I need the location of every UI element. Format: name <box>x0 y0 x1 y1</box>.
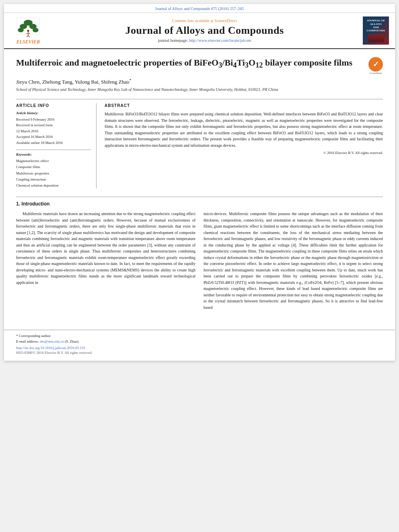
issn-text: 0925-8388/© 2016 Elsevier B.V. All right… <box>16 351 383 355</box>
received-date: Received 9 February 2016 <box>16 117 91 122</box>
journal-ref-text: Journal of Alloys and Compounds 675 (201… <box>155 6 244 11</box>
crossmark-container: ✓ CrossMark <box>368 57 383 75</box>
info-abstract-section: ARTICLE INFO Article history: Received 9… <box>16 99 383 189</box>
copyright: © 2016 Elsevier B.V. All rights reserved… <box>105 151 383 155</box>
logo-title: JOURNAL OFALLOYSANDCOMPOUNDS <box>367 19 385 33</box>
journal-logo-box: JOURNAL OFALLOYSANDCOMPOUNDS <box>363 16 389 45</box>
keyword-5: Chemical solution deposition <box>16 183 91 189</box>
affiliation: School of Physical Science and Technolog… <box>16 87 383 92</box>
body-two-col: Multiferroic materials have drawn an inc… <box>16 211 383 314</box>
keyword-4: Coupling interaction <box>16 177 91 183</box>
intro-heading: 1. Introduction <box>16 201 383 207</box>
page: Journal of Alloys and Compounds 675 (201… <box>4 4 395 361</box>
available-online: Available online 18 March 2016 <box>16 140 91 146</box>
intro-para-1: Multiferroic materials have drawn an inc… <box>16 211 195 286</box>
crossmark-label: CrossMark <box>368 72 383 75</box>
accepted-date: Accepted 16 March 2016 <box>16 134 91 140</box>
revised-date: 12 March 2016 <box>16 128 91 134</box>
journal-title: Journal of Alloys and Compounds <box>125 25 284 37</box>
abstract-title: ABSTRACT <box>105 103 383 108</box>
keywords-title: Keywords: <box>16 152 91 156</box>
intro-para-2: micro-devices. Multiferroic composite fi… <box>204 211 383 310</box>
keyword-2: Composite films <box>16 164 91 170</box>
abstract-section: ABSTRACT Multiferroic BiFeO3/Bi4Ti3O12 b… <box>105 103 383 189</box>
corresponding-footnote: * Corresponding author. <box>16 333 383 339</box>
body-col-right: micro-devices. Multiferroic composite fi… <box>204 211 383 314</box>
body-col-left: Multiferroic materials have drawn an inc… <box>16 211 195 314</box>
svg-line-9 <box>27 35 28 37</box>
corresponding-star: * <box>129 78 131 82</box>
journal-center: Contents lists available at ScienceDirec… <box>51 16 358 45</box>
svg-point-6 <box>27 30 29 32</box>
page-footer: * Corresponding author. E-mail address: … <box>4 330 395 361</box>
keyword-3: Multiferroic properties <box>16 170 91 177</box>
svg-line-10 <box>28 35 30 37</box>
abstract-text: Multiferroic BiFeO3/Bi4Ti3O12 bilayer fi… <box>105 111 383 148</box>
journal-reference: Journal of Alloys and Compounds 675 (201… <box>4 4 395 13</box>
article-info-title: ARTICLE INFO <box>16 103 91 108</box>
elsevier-tree-icon <box>14 16 42 38</box>
keyword-1: Magnetoelectric effect <box>16 158 91 164</box>
email-footnote: E-mail address: zhs@imu.edu.cn (S. Zhao)… <box>16 339 383 345</box>
journal-header: ELSEVIER Contents lists available at Sci… <box>4 13 395 49</box>
doi-link[interactable]: http://dx.doi.org/10.1016/j.jallcom.2016… <box>16 346 383 350</box>
journal-homepage: journal homepage: http://www.elsevier.co… <box>158 38 251 43</box>
article-info: ARTICLE INFO Article history: Received 9… <box>16 103 97 189</box>
journal-logo-right: JOURNAL OFALLOYSANDCOMPOUNDS <box>361 16 391 45</box>
authors: Jieyu Chen, Zhehong Tang, Yulong Bai, Sh… <box>16 79 383 85</box>
received-revised-label: Received in revised form <box>16 122 91 128</box>
elsevier-brand: ELSEVIER <box>16 39 40 45</box>
crossmark-icon: ✓ <box>368 57 383 72</box>
elsevier-logo: ELSEVIER <box>8 16 48 45</box>
section-divider <box>16 197 383 197</box>
keywords-section: Keywords: Magnetoelectric effect Composi… <box>16 150 91 189</box>
article-title: Multiferroic and magnetoelectric propert… <box>16 57 364 69</box>
svg-point-5 <box>33 28 39 32</box>
article-history-title: Article history: <box>16 111 91 115</box>
email-link[interactable]: zhs@imu.edu.cn <box>39 339 64 343</box>
article-content: Multiferroic and magnetoelectric propert… <box>4 49 395 322</box>
homepage-link[interactable]: http://www.elsevier.com/locate/jalcom <box>189 38 251 43</box>
sciencedirect-label: Contents lists available at ScienceDirec… <box>172 18 237 23</box>
svg-point-4 <box>18 28 24 32</box>
